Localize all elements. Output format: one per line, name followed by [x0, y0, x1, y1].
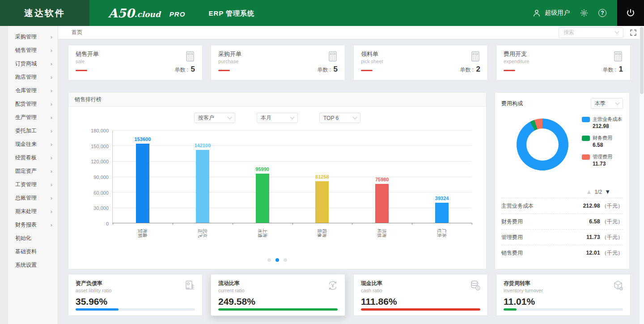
legend-line: 财务费用	[582, 135, 622, 141]
stat-card-expenditure[interactable]: 费用开支expenditure单数 : 1	[496, 45, 631, 81]
period-select[interactable]: 本季	[591, 98, 623, 109]
x-axis-category-label: 广东 红升	[437, 228, 447, 239]
carousel-dot-2[interactable]	[284, 258, 287, 262]
legend-line: 主营业务成本	[582, 116, 622, 123]
kpi-subtitle: asset libility ratio	[76, 288, 195, 293]
bar-value-label: 153600	[123, 136, 163, 142]
x-axis-category-label: 北京 正飞	[198, 228, 208, 239]
bar-value-label: 75980	[362, 177, 402, 182]
scrollbar-thumb[interactable]	[640, 27, 644, 94]
x-axis-tick	[113, 223, 113, 225]
bar-1	[196, 150, 209, 223]
breadcrumb-home-tab[interactable]: 首页	[72, 29, 82, 36]
chevron-right-icon: ›	[51, 168, 52, 174]
help-icon[interactable]: ?	[598, 9, 606, 17]
sidebar-item-period-end[interactable]: 期末处理›	[8, 205, 58, 218]
stat-card-subtitle: pick sheet	[361, 59, 480, 64]
expense-row-label: 财务费用	[501, 218, 523, 226]
stat-card-title: 费用开支	[504, 50, 623, 58]
kpi-value: 111.86%	[361, 296, 480, 307]
user-icon	[532, 9, 541, 17]
fullscreen-icon[interactable]	[630, 29, 637, 36]
kpi-title: 存货周转率	[504, 280, 623, 287]
stat-card-count: 单数 : 5	[318, 65, 338, 74]
calculator-icon	[470, 51, 481, 64]
sidebar-item-business-dashboard[interactable]: 经营看板›	[8, 151, 58, 164]
stat-card-pick-sheet[interactable]: 领料单pick sheet单数 : 2	[353, 45, 488, 81]
kpi-card-asset-liability-ratio[interactable]: 资产负债率asset libility ratio35.96%	[68, 274, 203, 316]
carousel-dot-0[interactable]	[267, 258, 271, 262]
sidebar-item-label: 订货商城	[15, 60, 37, 68]
product-description: ERP 管理系统	[208, 9, 254, 18]
sidebar-item-financial-reports[interactable]: 财务报表›	[8, 218, 58, 231]
donut-legend-item-0[interactable]: 主营业务成本212.98	[582, 116, 622, 129]
kpi-card-inventory-turnover[interactable]: 存货周转率inventory turnover11.01%	[496, 274, 631, 316]
sidebar-item-label: 基础资料	[15, 248, 37, 256]
sidebar: 采购管理›销售管理›订货商城›跑店管理›仓库管理›配货管理›生产管理›委托加工›…	[0, 26, 58, 324]
sidebar-item-general-ledger[interactable]: 总账管理›	[8, 191, 58, 205]
filter-select-dimension[interactable]: 按客户	[194, 113, 235, 123]
kpi-progress-fill	[76, 308, 119, 311]
kpi-card-cash-ratio[interactable]: 现金比率cash ratio111.86%	[353, 274, 488, 316]
sidebar-item-system-settings[interactable]: 系统设置	[8, 258, 58, 272]
chevron-right-icon: ›	[51, 101, 52, 107]
sidebar-item-label: 仓库管理	[15, 87, 37, 94]
gridline	[113, 208, 472, 208]
sidebar-item-purchase-mgmt[interactable]: 采购管理›	[8, 30, 58, 43]
donut-legend-item-1[interactable]: 财务费用6.58	[582, 135, 622, 148]
kpi-subtitle: inventory turnover	[504, 288, 623, 293]
x-axis-category-label: 海鑫 贸易	[138, 228, 148, 239]
legend-line: 管理费用	[582, 153, 622, 160]
legend-value: 11.73	[593, 161, 622, 167]
stat-card-sale[interactable]: 销售开单sale单数 : 5	[68, 45, 203, 81]
receipt-coin-icon	[184, 280, 196, 293]
kpi-card-current-ratio[interactable]: 流动比率current ratio249.58%	[211, 274, 345, 316]
chevron-right-icon: ›	[51, 61, 52, 67]
sidebar-item-initialization[interactable]: 初始化	[8, 231, 58, 245]
sidebar-item-sales-mgmt[interactable]: 销售管理›	[8, 43, 58, 57]
legend-page-up-icon[interactable]: ▲	[586, 188, 592, 195]
vertical-scrollbar[interactable]	[640, 26, 644, 324]
sidebar-item-label: 采购管理	[15, 33, 37, 41]
legend-color-chip	[582, 117, 590, 122]
bar-value-label: 39324	[422, 196, 462, 201]
sidebar-item-cash-transactions[interactable]: 现金往来›	[8, 137, 58, 151]
sidebar-item-distribution-mgmt[interactable]: 配货管理›	[8, 97, 58, 111]
sidebar-item-fixed-assets[interactable]: 固定资产›	[8, 164, 58, 178]
sales-ranking-panel: 销售排行榜 按客户本月TOP 6 180,000150,000120,00090…	[68, 92, 487, 269]
current-user-label[interactable]: 超级用户	[545, 9, 570, 17]
sidebar-item-store-visit-mgmt[interactable]: 跑店管理›	[8, 70, 58, 84]
search-select[interactable]: 搜索	[559, 27, 623, 38]
stat-card-count: 单数 : 2	[460, 65, 480, 74]
expense-row-1: 财务费用6.58 （千元）	[501, 213, 623, 229]
red-dash-decoration	[361, 70, 373, 71]
sidebar-item-production-mgmt[interactable]: 生产管理›	[8, 111, 58, 124]
sidebar-item-warehouse-mgmt[interactable]: 仓库管理›	[8, 84, 58, 97]
donut-legend-item-2[interactable]: 管理费用11.73	[582, 153, 622, 167]
red-dash-decoration	[76, 70, 87, 71]
x-axis-tick	[292, 223, 293, 225]
legend-page-down-icon[interactable]: ▼	[605, 188, 610, 195]
calculator-icon	[612, 51, 624, 64]
filter-select-top[interactable]: TOP 6	[319, 113, 360, 123]
coins-clock-icon	[470, 280, 481, 293]
filter-select-period[interactable]: 本月	[257, 113, 298, 123]
sidebar-item-outsourcing[interactable]: 委托加工›	[8, 124, 58, 137]
carousel-dot-1[interactable]	[275, 258, 279, 262]
settings-gear-icon[interactable]	[580, 9, 589, 17]
stat-card-subtitle: purchase	[218, 59, 338, 64]
sidebar-item-base-data[interactable]: 基础资料	[8, 245, 58, 258]
bar-0	[136, 144, 149, 223]
period-select-value: 本季	[595, 100, 606, 107]
legend-label: 主营业务成本	[593, 116, 622, 123]
stat-card-purchase[interactable]: 采购开单purchase单数 : 5	[211, 45, 345, 81]
gridline	[113, 177, 472, 177]
chevron-right-icon: ›	[51, 88, 52, 94]
logout-power-button[interactable]	[617, 0, 644, 26]
sidebar-item-order-mall[interactable]: 订货商城›	[8, 57, 58, 70]
x-axis-tick	[412, 223, 412, 225]
bar-value-label: 95990	[242, 166, 283, 172]
expense-row-0: 主营业务成本212.98 （千元）	[501, 198, 623, 213]
chevron-down-icon	[290, 115, 295, 119]
sidebar-item-payroll-mgmt[interactable]: 工资管理›	[8, 178, 58, 191]
